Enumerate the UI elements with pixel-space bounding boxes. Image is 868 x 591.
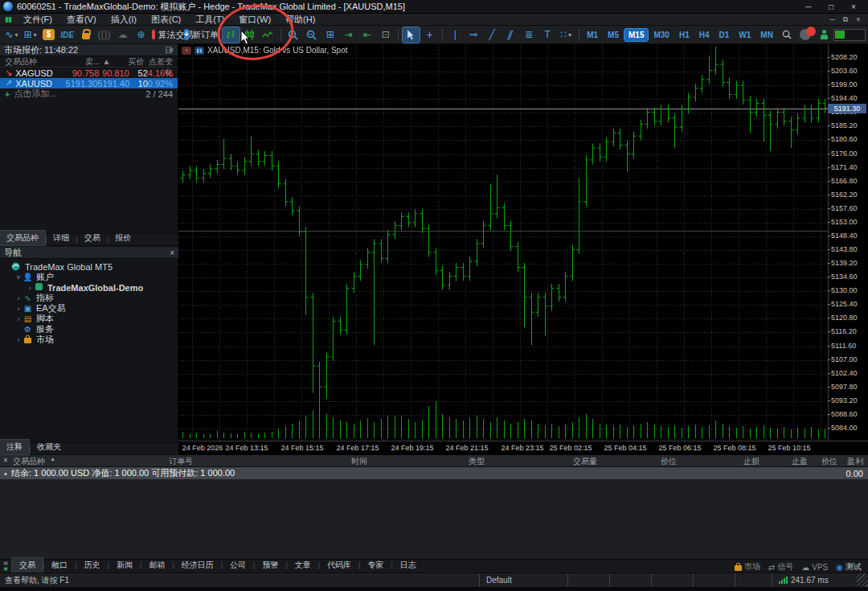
column-header-0[interactable]: 交易品种 <box>13 456 45 467</box>
chevron-closed-icon[interactable]: › <box>14 336 23 344</box>
chart-window-icon[interactable]: ▮▮ <box>5 15 11 23</box>
notifications-button[interactable] <box>797 27 814 43</box>
timeframe-h1[interactable]: H1 <box>675 29 694 41</box>
tree-item-services-icon[interactable]: ⚙服务 <box>0 324 178 334</box>
tab-详细[interactable]: 详细 <box>47 231 76 245</box>
timeframe-mn[interactable]: MN <box>756 29 777 41</box>
column-header-5[interactable]: 价位 <box>661 456 677 467</box>
tab-收藏夹[interactable]: 收藏夹 <box>31 440 68 454</box>
chevron-down-icon[interactable]: ▾ <box>34 31 37 39</box>
timeframe-m5[interactable]: M5 <box>604 29 623 41</box>
tree-item-market-icon[interactable]: ›市场 <box>0 334 178 345</box>
column-header-1[interactable]: 订单号 <box>169 456 193 467</box>
connection-widget[interactable] <box>833 29 866 41</box>
chart-shift-button[interactable]: ⇤ <box>358 27 375 43</box>
tab-经济日历[interactable]: 经济日历 <box>174 558 221 573</box>
tab-新闻[interactable]: 新闻 <box>109 558 140 573</box>
community-button[interactable]: ⊕ <box>133 27 149 43</box>
column-header-6[interactable]: 止损 <box>743 456 760 467</box>
column-header-7[interactable]: 止盈 <box>792 456 808 467</box>
tab-公司[interactable]: 公司 <box>223 558 253 573</box>
column-header-0[interactable]: 交易品种 <box>0 56 69 68</box>
market-watch-row-xagusd[interactable]: ↘XAGUSD90.75890.810524.16% <box>0 68 178 78</box>
chevron-down-icon[interactable]: ▾ <box>568 31 571 39</box>
tree-item-accounts-icon[interactable]: ˅👤账户 <box>0 272 178 282</box>
tree-item-indicators-icon[interactable]: ›∿指标 <box>0 293 178 303</box>
tab-日志[interactable]: 日志 <box>393 558 424 573</box>
menu-item-插[interactable]: 插入(I) <box>104 14 144 26</box>
column-header-2[interactable]: 时间 <box>351 456 367 467</box>
toolbox-strip[interactable]: ▤▣ <box>0 559 12 573</box>
channel-button[interactable]: ∥ <box>502 27 519 43</box>
market-watch-add-row[interactable]: + 点击添加... 2 / 244 <box>0 88 178 99</box>
tab-敞口[interactable]: 敞口 <box>44 558 75 573</box>
time-axis[interactable]: 24 Feb 202624 Feb 13:1524 Feb 15:1524 Fe… <box>178 441 868 455</box>
chevron-closed-icon[interactable]: › <box>14 294 23 302</box>
timeframe-w1[interactable]: W1 <box>735 29 755 41</box>
trendline-button[interactable]: ╱ <box>484 27 501 43</box>
bottom-link-VPS[interactable]: ☁VPS <box>801 563 828 572</box>
tab-报价[interactable]: 报价 <box>108 231 137 245</box>
menu-item-图[interactable]: 图表(C) <box>144 14 188 26</box>
bottom-link-市场[interactable]: 市场 <box>735 561 760 573</box>
indicators-window-button[interactable]: ⊡ <box>377 27 394 43</box>
profiles-button[interactable]: ∿▾ <box>3 27 20 43</box>
column-header-2[interactable]: 买价 <box>110 56 144 68</box>
metaeditor-button[interactable]: IDE <box>59 27 76 43</box>
column-header-3[interactable]: 点差 <box>144 56 165 68</box>
chevron-down-icon[interactable]: ▾ <box>15 31 18 39</box>
broadcast-button[interactable]: (()) <box>96 27 113 43</box>
column-header-8[interactable]: 价位 <box>821 456 837 467</box>
column-header-3[interactable]: 类型 <box>469 456 485 467</box>
tab-代码库[interactable]: 代码库 <box>320 558 358 573</box>
tree-item-scripts-icon[interactable]: ›▤脚本 <box>0 314 178 324</box>
menu-item-文[interactable]: 文件(F) <box>16 14 59 26</box>
chevron-closed-icon[interactable]: › <box>14 305 23 313</box>
timeframe-d1[interactable]: D1 <box>715 29 734 41</box>
balance-row[interactable]: • 结余: 1 000.00 USD 净值: 1 000.00 可用预付款: 1… <box>0 467 868 479</box>
tree-item-expert-advisors-icon[interactable]: ›▣EA交易 <box>0 303 178 314</box>
child-restore-button[interactable]: ⧉ <box>839 15 852 24</box>
resize-grip[interactable] <box>857 573 868 588</box>
maximize-button[interactable]: □ <box>820 1 842 13</box>
fibonacci-button[interactable]: ≣ <box>521 27 538 43</box>
tab-交易[interactable]: 交易 <box>78 231 107 245</box>
tab-注释[interactable]: 注释 <box>0 440 29 454</box>
child-minimize-button[interactable]: ─ <box>826 15 839 24</box>
close-icon[interactable]: × <box>3 456 8 465</box>
zoom-out-button[interactable] <box>303 27 320 43</box>
close-button[interactable]: × <box>842 1 865 13</box>
sort-arrow-icon[interactable]: ▲ <box>50 456 55 462</box>
connection-status[interactable]: 241.67 ms <box>772 573 857 588</box>
tab-专家[interactable]: 专家 <box>360 558 391 573</box>
zoom-in-button[interactable] <box>285 27 301 43</box>
chart-menu-icon[interactable]: ≡ <box>182 47 191 55</box>
algo-trading-button[interactable]: 算法交易 <box>158 27 187 43</box>
bars-chart-button[interactable] <box>223 27 240 43</box>
chevron-closed-icon[interactable]: › <box>26 284 34 292</box>
profile-cell[interactable]: Default <box>479 573 567 588</box>
close-icon[interactable]: × <box>170 248 174 257</box>
new-order-button[interactable]: +新订单 <box>189 27 214 43</box>
tree-item-account-icon[interactable]: ›TradeMaxGlobal-Demo <box>0 282 178 293</box>
tab-文章[interactable]: 文章 <box>288 558 318 573</box>
tile-windows-button[interactable]: ⊞ <box>321 27 338 43</box>
cloud-button[interactable]: ☁ <box>114 27 131 43</box>
timeframe-h4[interactable]: H4 <box>695 29 714 41</box>
cursor-button[interactable] <box>403 27 420 43</box>
candles-chart-button[interactable] <box>241 27 258 43</box>
bottom-link-测试[interactable]: ◉测试 <box>836 561 862 573</box>
timeframe-m1[interactable]: M1 <box>583 29 602 41</box>
crosshair-button[interactable]: + <box>421 27 438 43</box>
column-header-4[interactable]: 交易量 <box>573 456 597 467</box>
column-header-1[interactable]: 卖... ▲ <box>69 56 111 68</box>
price-chart[interactable] <box>178 44 828 441</box>
menu-item-帮[interactable]: 帮助(H) <box>278 14 322 26</box>
tab-交易品种[interactable]: 交易品种 <box>0 231 45 245</box>
menu-item-工[interactable]: 工具(T) <box>188 14 231 26</box>
market-watch-window-button[interactable]: ⊞▾ <box>22 27 39 43</box>
tree-item-broker-logo-icon[interactable]: TradeMax Global MT5 <box>0 261 178 272</box>
auto-scroll-button[interactable]: ⇥ <box>340 27 357 43</box>
tab-交易[interactable]: 交易 <box>12 558 43 573</box>
child-close-button[interactable]: × <box>852 15 865 24</box>
